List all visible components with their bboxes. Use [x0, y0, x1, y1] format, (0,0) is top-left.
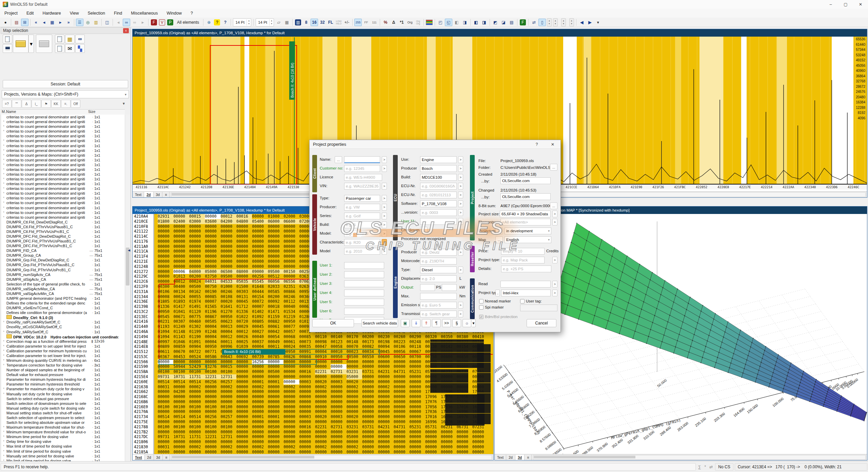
hex-value[interactable]: 00000: [299, 385, 315, 390]
hex-value[interactable]: 00000: [173, 394, 189, 399]
hex-value[interactable]: 00037: [252, 339, 268, 345]
hex-value[interactable]: 00100: [221, 405, 236, 410]
hex-value[interactable]: 03231: [347, 369, 362, 374]
hex-value[interactable]: 00000: [205, 430, 220, 435]
vin-input[interactable]: [344, 183, 380, 190]
hex-value[interactable]: 01565: [205, 304, 220, 309]
map-list-item[interactable]: DIUMPR_xSelEnvTCond_C·1x1: [1, 306, 125, 310]
hex-value[interactable]: 00000: [394, 434, 409, 439]
hex-value[interactable]: 00003: [299, 414, 315, 419]
map-list-item[interactable]: Default value for exhaust pressure·1x1: [1, 372, 125, 377]
hex-value[interactable]: 00367: [158, 354, 173, 359]
dialog-title-bar[interactable]: Project properties: [310, 140, 560, 149]
hex-value[interactable]: 00000: [283, 274, 299, 279]
hex-value[interactable]: 16996: [425, 419, 441, 425]
legal-icon[interactable]: §: [452, 319, 461, 327]
hex-value[interactable]: 00000: [425, 439, 441, 445]
map-list-item[interactable]: Manual setting duty cycle switch for dos…: [1, 406, 125, 411]
view-tab-2d[interactable]: 2d: [506, 455, 515, 460]
hex-value[interactable]: 00000: [283, 389, 299, 394]
hex-value[interactable]: 00000: [456, 364, 472, 369]
window-layout1-icon[interactable]: ◰: [437, 19, 444, 26]
menu-project[interactable]: Project: [0, 9, 22, 18]
hex-value[interactable]: 00000: [441, 439, 456, 445]
hex-value[interactable]: 00000: [362, 419, 378, 425]
hex-value[interactable]: 00950: [221, 314, 236, 319]
hex-value[interactable]: 00000: [425, 445, 441, 450]
name-input[interactable]: [344, 156, 380, 163]
map-list-item[interactable]: Manual setting status switch for shut-of…: [1, 411, 125, 415]
hex-value[interactable]: 00123: [331, 339, 346, 345]
hex-value[interactable]: 00000: [425, 359, 441, 365]
hex-value[interactable]: 17096: [425, 394, 441, 399]
hex-value[interactable]: 00514: [158, 379, 173, 385]
hex-value[interactable]: 03276: [205, 364, 220, 369]
hex-value[interactable]: 00002: [252, 445, 268, 450]
hex-value[interactable]: 00118: [409, 344, 425, 349]
hex-value[interactable]: 01270: [221, 309, 236, 314]
hex-value[interactable]: 00512: [268, 274, 283, 279]
hex-value[interactable]: 00000: [315, 399, 331, 405]
hex-value[interactable]: 00000: [347, 364, 362, 369]
hex-value[interactable]: 00000: [268, 249, 283, 254]
hex-value[interactable]: 05231: [409, 369, 425, 374]
map-list[interactable]: criterias to count general denominator a…: [1, 115, 125, 472]
hex-value[interactable]: 00000: [158, 279, 173, 284]
hex-value[interactable]: 00000: [173, 239, 189, 244]
map-pack-icon[interactable]: ▥: [92, 19, 100, 26]
hex-value[interactable]: 01249: [173, 324, 189, 329]
hex-value[interactable]: 00002: [189, 385, 205, 390]
hex-value[interactable]: 06231: [441, 425, 456, 430]
hex-value[interactable]: 00000: [205, 214, 220, 219]
win2-hscrollbar[interactable]: [171, 455, 492, 460]
hex-value[interactable]: 00002: [283, 385, 299, 390]
hex-value[interactable]: 01143: [173, 334, 189, 339]
hex-value[interactable]: 00000: [441, 359, 456, 365]
hex-value[interactable]: 00000: [283, 359, 299, 365]
hex-value[interactable]: 03600: [205, 219, 220, 224]
hex-value[interactable]: 01193: [158, 324, 173, 329]
hex-value[interactable]: 00082: [362, 344, 378, 349]
hex-value[interactable]: 00000: [425, 385, 441, 390]
record-icon[interactable]: ●: [2, 19, 9, 26]
hex-value[interactable]: 00000: [299, 439, 315, 445]
hex-value[interactable]: 00002: [283, 445, 299, 450]
map-list-item[interactable]: IUMPR general demoninator (and PDTC heal…: [1, 296, 125, 301]
hex-value[interactable]: 00000: [268, 430, 283, 435]
hex-value[interactable]: 00000: [236, 399, 252, 405]
hex-value[interactable]: 00273: [425, 339, 441, 345]
map-list-item[interactable]: *criterias to count general denominator …: [1, 124, 125, 129]
hex-value[interactable]: 00166: [472, 344, 488, 349]
hex-value[interactable]: 00720: [236, 319, 252, 324]
hex-value[interactable]: 00000: [394, 359, 409, 365]
ecu-build-input[interactable]: [420, 174, 457, 181]
map-search-icon[interactable]: ◎: [84, 19, 92, 26]
name-arrow-button[interactable]: >: [382, 156, 387, 163]
map-list-item[interactable]: *Delay time for dosing valve·1x1: [1, 439, 125, 444]
hex-value[interactable]: 00000: [189, 259, 205, 264]
hex-value[interactable]: 00000: [472, 439, 488, 445]
hex-value[interactable]: 00000: [252, 399, 268, 405]
hex-value[interactable]: 00010: [331, 349, 346, 354]
name-more-button[interactable]: ...: [335, 156, 342, 163]
col-size[interactable]: Size: [88, 110, 119, 115]
hex-value[interactable]: 00859: [173, 344, 189, 349]
versions-icon[interactable]: V: [159, 19, 165, 25]
hex-value[interactable]: 00000: [205, 244, 220, 249]
hex-value[interactable]: 09500: [221, 274, 236, 279]
splitter-collapse-icon[interactable]: ◀: [128, 248, 131, 253]
hex-value[interactable]: 00000: [189, 239, 205, 244]
hex-value[interactable]: 00000: [221, 234, 236, 239]
hex-value[interactable]: 00000: [221, 249, 236, 254]
map-list-item[interactable]: *criterias to count general denominator …: [1, 153, 125, 158]
hex-value[interactable]: 00000: [283, 414, 299, 419]
reseller-details-input[interactable]: [501, 266, 551, 272]
hex-value[interactable]: 00348: [472, 339, 488, 345]
hex-value[interactable]: 00027: [252, 329, 268, 334]
hex-value[interactable]: 00000: [409, 364, 425, 369]
hex-value[interactable]: 00868: [299, 354, 315, 359]
hex-value[interactable]: 00057: [283, 329, 299, 334]
hex-value[interactable]: 10731: [173, 434, 189, 439]
ecu-user11-arrow[interactable]: >: [458, 218, 463, 225]
hex-value[interactable]: 00000: [409, 385, 425, 390]
